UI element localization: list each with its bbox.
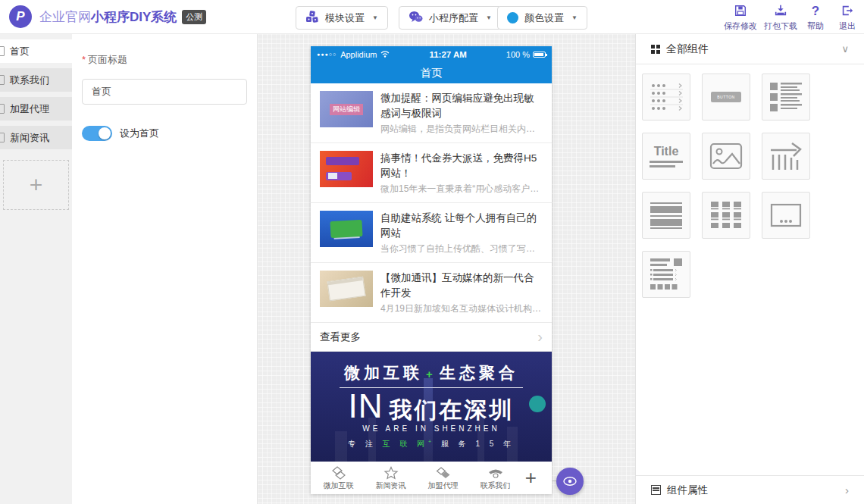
tab-label: 加盟代理: [417, 481, 469, 491]
component-tile-media-list[interactable]: [762, 74, 810, 121]
phone-tab-bar: 微加互联 新闻资讯 加盟代理 联系我们 +: [311, 462, 552, 494]
help-label: 帮助: [802, 20, 829, 32]
sidebar-item-home[interactable]: 首页: [0, 39, 72, 63]
article-title: 搞事情！代金券大派送，免费得H5网站！: [380, 151, 543, 180]
color-settings-dropdown[interactable]: 颜色设置 ▼: [497, 6, 587, 30]
exit-icon: [834, 4, 861, 19]
modules-settings-dropdown[interactable]: 模块设置 ▼: [296, 6, 388, 30]
article-item[interactable]: 自助建站系统 让每个人拥有自己的网站 当你习惯了自拍上传优酷、习惯了写点小…: [311, 203, 552, 263]
plus-icon: +: [30, 172, 43, 198]
add-tab-button[interactable]: +: [525, 466, 537, 490]
component-tile-marquee[interactable]: [762, 133, 810, 180]
properties-doc-icon: [651, 485, 661, 495]
slider-icon: [769, 202, 803, 228]
component-properties-bar[interactable]: 组件属性 ›: [636, 475, 864, 504]
article-excerpt: 当你习惯了自拍上传优酷、习惯了写点小…: [380, 243, 543, 255]
download-button[interactable]: 打包下载: [761, 4, 800, 32]
save-label: 保存修改: [721, 20, 760, 32]
view-more-label: 查看更多: [320, 330, 361, 344]
sidebar-item-label: 加盟代理: [10, 102, 49, 116]
sidebar-item-label: 联系我们: [10, 74, 49, 87]
page-title-input[interactable]: [82, 79, 247, 105]
page-settings-panel: *页面标题 设为首页: [72, 34, 258, 504]
component-tile-image[interactable]: [702, 133, 750, 180]
phone-icon: [487, 466, 504, 480]
banner-component[interactable]: 微加互联+生态聚合 IN 我们在深圳 WE ARE IN SHENZHEN 专 …: [311, 352, 552, 462]
view-more-link[interactable]: 查看更多 ›: [311, 323, 552, 352]
status-time: 11:27 AM: [390, 50, 506, 59]
set-homepage-label: 设为首页: [120, 127, 159, 140]
battery-icon: [533, 52, 546, 58]
component-tile-title[interactable]: Title: [642, 133, 690, 180]
marquee-icon: [769, 141, 803, 171]
top-header: P 企业官网小程序DIY系统 公测 模块设置 ▼ 小程序配置 ▼ 颜色设置 ▼: [0, 0, 864, 34]
app-window: P 企业官网小程序DIY系统 公测 模块设置 ▼ 小程序配置 ▼ 颜色设置 ▼: [0, 0, 864, 504]
article-item[interactable]: 【微加通讯】互动媒体的新一代合作开发 4月19日新加坡知名互动媒体设计机构Pin…: [311, 263, 552, 323]
download-label: 打包下载: [761, 20, 800, 32]
component-tile-menu-list[interactable]: [642, 74, 690, 121]
page-nav-sidebar: 首页 联系我们 加盟代理 新闻资讯 +: [0, 34, 72, 504]
article-item[interactable]: 网站编辑 微加提醒：网页编辑应避免出现敏感词与极限词 网站编辑，是指负责网站栏目…: [311, 83, 552, 143]
wechat-icon: [409, 11, 423, 26]
components-grid-icon: [651, 45, 660, 54]
brand-title-light: 企业官网: [39, 8, 91, 26]
article-excerpt: 网站编辑，是指负责网站栏目相关内容的…: [380, 123, 543, 136]
add-page-button[interactable]: +: [3, 160, 69, 210]
tab-label: 新闻资讯: [365, 481, 417, 491]
exit-button[interactable]: 退出: [834, 4, 861, 32]
rich-list-icon: [649, 258, 684, 291]
component-tile-rich-list[interactable]: [642, 251, 690, 298]
components-panel-title: 全部组件: [666, 42, 709, 56]
caret-down-icon: ▼: [372, 14, 378, 21]
menu-list-icon: [649, 81, 684, 113]
sidebar-item-news[interactable]: 新闻资讯: [0, 126, 72, 149]
miniprogram-config-label: 小程序配置: [429, 11, 478, 25]
title-sample-icon: Title: [650, 145, 683, 167]
page-doc-icon: [0, 46, 5, 56]
tab-weijia[interactable]: 微加互联: [312, 465, 365, 491]
sidebar-item-contact[interactable]: 联系我们: [0, 68, 72, 92]
save-icon: [721, 4, 760, 19]
sidebar-item-label: 首页: [10, 45, 30, 58]
article-item[interactable]: 搞事情！代金券大派送，免费得H5网站！ 微加15年来一直秉承着“用心感动客户！”…: [311, 143, 552, 203]
component-tile-slider[interactable]: [762, 192, 810, 239]
preview-eye-button[interactable]: [556, 468, 584, 495]
banner-in-text: IN: [349, 390, 383, 423]
tab-contact[interactable]: 联系我们: [469, 465, 521, 491]
phone-nav-title: 首页: [311, 62, 552, 83]
article-excerpt: 4月19日新加坡知名互动媒体设计机构Pinh…: [380, 302, 543, 315]
beta-badge: 公测: [182, 10, 206, 24]
component-tile-text-bars[interactable]: [642, 192, 690, 239]
help-button[interactable]: ? 帮助: [802, 4, 829, 32]
media-list-icon: [769, 81, 803, 113]
article-excerpt: 微加15年来一直秉承着“用心感动客户！”的…: [380, 183, 543, 196]
article-thumbnail: [320, 271, 373, 307]
text-bars-icon: [649, 202, 684, 229]
button-sample-icon: BUTTON: [711, 92, 740, 102]
grid-nine-icon: [709, 200, 743, 230]
save-button[interactable]: 保存修改: [721, 4, 760, 32]
components-panel-header[interactable]: 全部组件 ∨: [636, 34, 864, 64]
brand: P 企业官网小程序DIY系统 公测: [9, 5, 206, 28]
article-title: 自助建站系统 让每个人拥有自己的网站: [380, 211, 543, 240]
carrier-label: Applidium: [340, 50, 377, 59]
tab-news[interactable]: 新闻资讯: [365, 465, 417, 491]
chevron-right-icon: ›: [845, 484, 849, 496]
component-tile-button[interactable]: BUTTON: [702, 74, 750, 121]
tab-label: 联系我们: [469, 481, 521, 491]
banner-circle-decor: [529, 396, 546, 412]
tab-agency[interactable]: 加盟代理: [417, 465, 469, 491]
signal-dots-icon: ●●●○○: [317, 52, 337, 57]
miniprogram-config-dropdown[interactable]: 小程序配置 ▼: [399, 6, 502, 30]
modules-settings-label: 模块设置: [325, 11, 365, 25]
sidebar-item-label: 新闻资讯: [10, 131, 49, 145]
component-tile-grid-nine[interactable]: [702, 192, 750, 239]
sidebar-item-agency[interactable]: 加盟代理: [0, 97, 72, 121]
set-homepage-toggle[interactable]: [82, 126, 112, 141]
toggle-knob: [99, 127, 111, 139]
component-tiles: BUTTON Title: [636, 64, 864, 310]
brand-title-bold: 小程序DIY系统: [91, 8, 177, 26]
battery-status: 100 %: [506, 50, 546, 59]
diamond-pair-icon: [436, 466, 451, 480]
article-thumbnail: [320, 211, 373, 247]
